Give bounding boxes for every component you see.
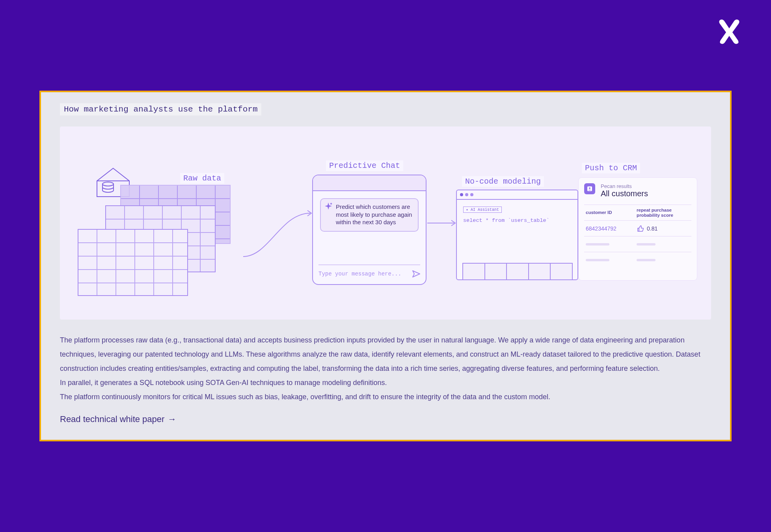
window-traffic-lights — [457, 190, 577, 200]
description-paragraph: The platform continuously monitors for c… — [60, 390, 711, 404]
notebook-cell — [528, 263, 551, 279]
notebook-cell — [462, 263, 485, 279]
crm-table-row: 6842344792 0.81 — [584, 220, 691, 236]
placeholder-bar — [637, 259, 656, 261]
chat-window-header — [313, 175, 426, 191]
crm-cell-score: 0.81 — [647, 225, 657, 232]
raw-data-graphic — [78, 166, 241, 296]
notebook-cell — [506, 263, 529, 279]
connector-arrow-2 — [426, 219, 458, 227]
placeholder-bar — [586, 259, 609, 261]
crm-avatar-icon — [584, 183, 595, 194]
content-card: How marketing analysts use the platform … — [39, 91, 732, 441]
placeholder-bar — [637, 243, 656, 246]
sql-notebook-window: ✦ AI Assistant select * from `users_tabl… — [456, 190, 578, 280]
crm-table: customer ID repeat purchase probability … — [584, 205, 691, 268]
notebook-cells — [462, 263, 572, 279]
workflow-diagram: Raw data Predictive Chat — [60, 126, 711, 320]
description-block: The platform processes raw data (e.g., t… — [60, 333, 711, 404]
chat-prompt-text: Predict which customers are most likely … — [336, 203, 412, 225]
predictive-chat-label: Predictive Chat — [326, 160, 403, 171]
no-code-label: No-code modeling — [462, 176, 544, 187]
crm-cell-id: 6842344792 — [584, 225, 633, 232]
whitepaper-link-label: Read technical white paper — [60, 414, 164, 424]
sparkle-icon — [324, 202, 333, 211]
notebook-cell — [550, 263, 573, 279]
chat-input-placeholder: Type your message here... — [318, 271, 401, 277]
crm-subtitle: Pecan results — [601, 183, 648, 189]
notebook-cell — [484, 263, 507, 279]
traffic-dot-icon — [465, 193, 468, 196]
data-grid-front — [78, 229, 188, 296]
crm-result-card: Pecan results All customers customer ID … — [579, 178, 697, 280]
crm-title: All customers — [601, 189, 648, 198]
crm-table-header: customer ID repeat purchase probability … — [584, 205, 691, 220]
svg-point-4 — [589, 188, 590, 189]
crm-col-score: repeat purchase probability score — [633, 208, 691, 218]
send-icon[interactable] — [412, 270, 420, 277]
traffic-dot-icon — [460, 193, 463, 196]
whitepaper-link[interactable]: Read technical white paper → — [60, 414, 711, 424]
brand-logo — [715, 17, 743, 47]
description-paragraph: The platform processes raw data (e.g., t… — [60, 333, 711, 376]
ai-assistant-tag: ✦ AI Assistant — [463, 206, 502, 213]
crm-table-row-placeholder — [584, 252, 691, 268]
chat-input-row[interactable]: Type your message here... — [318, 264, 420, 279]
description-paragraph: In parallel, it generates a SQL notebook… — [60, 376, 711, 390]
sql-code-line: select * from `users_table` — [463, 218, 571, 223]
traffic-dot-icon — [470, 193, 473, 196]
thumbs-up-icon — [637, 225, 644, 232]
placeholder-bar — [586, 243, 609, 246]
crm-table-row-placeholder — [584, 236, 691, 252]
svg-point-1 — [102, 182, 114, 186]
chat-prompt-bubble: Predict which customers are most likely … — [320, 198, 419, 232]
section-title: How marketing analysts use the platform — [60, 103, 261, 115]
x-logo-icon — [715, 17, 743, 45]
arrow-right-icon: → — [168, 414, 176, 424]
push-crm-label: Push to CRM — [582, 163, 640, 173]
crm-col-customer-id: customer ID — [584, 210, 633, 215]
chat-window: Predict which customers are most likely … — [312, 175, 426, 285]
connector-arrow-1 — [241, 205, 316, 260]
